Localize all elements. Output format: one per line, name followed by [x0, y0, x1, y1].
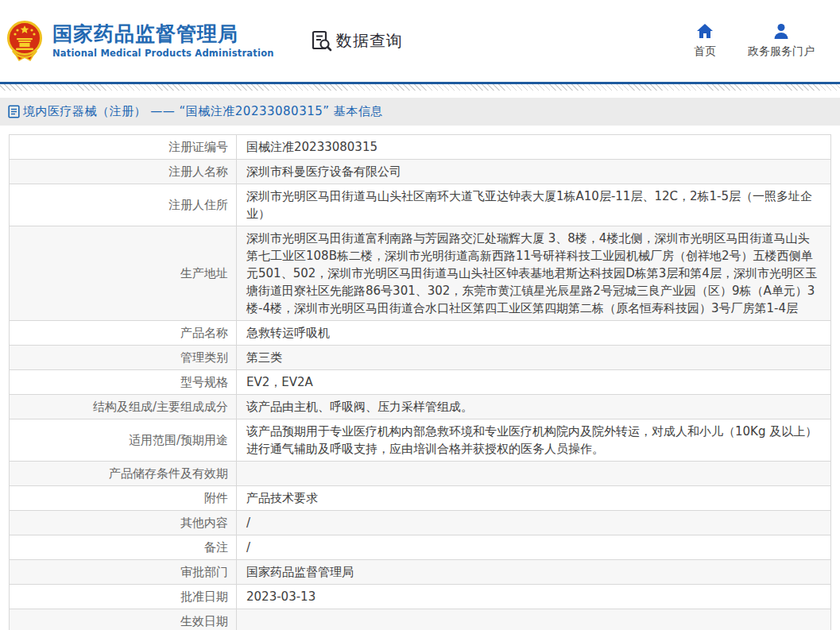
row-value: 深圳市光明区马田街道富利南路与芳园路交汇处瑞辉大厦 3、8楼，4楼北侧，深圳市光… — [237, 226, 831, 321]
document-icon — [8, 105, 20, 118]
row-value: / — [237, 511, 831, 535]
data-query-link[interactable]: 数据查询 — [311, 30, 403, 52]
row-label: 结构及组成/主要组成成分 — [10, 395, 237, 419]
table-row: 管理类别第三类 — [10, 346, 831, 370]
data-query-label: 数据查询 — [336, 30, 403, 52]
header-hatch-band — [0, 84, 840, 91]
breadcrumb-text: 境内医疗器械（注册） —— “国械注准20233080315” 基本信息 — [23, 104, 383, 119]
row-value: 深圳市光明区马田街道马山头社区南环大道飞亚达钟表大厦1栋A10层-11层、12C… — [237, 184, 831, 226]
row-value: 该产品由主机、呼吸阀、压力采样管组成。 — [237, 395, 831, 419]
home-icon — [696, 23, 714, 39]
table-row: 备注/ — [10, 535, 831, 560]
org-name-zh: 国家药品监督管理局 — [52, 23, 274, 46]
china-national-emblem-icon — [6, 21, 43, 62]
row-value: 2023-03-13 — [237, 585, 831, 609]
table-row: 产品储存条件及有效期 — [10, 462, 831, 486]
row-value: 深圳市科曼医疗设备有限公司 — [237, 160, 831, 184]
table-row: 注册证编号国械注准20233080315 — [10, 135, 831, 160]
table-row: 结构及组成/主要组成成分该产品由主机、呼吸阀、压力采样管组成。 — [10, 395, 831, 419]
nav-home[interactable]: 首页 — [694, 23, 716, 59]
table-row: 生产地址深圳市光明区马田街道富利南路与芳园路交汇处瑞辉大厦 3、8楼，4楼北侧，… — [10, 226, 831, 321]
row-label: 审批部门 — [10, 560, 237, 585]
row-label: 注册证编号 — [10, 135, 237, 160]
registration-info-table: 注册证编号国械注准20233080315注册人名称深圳市科曼医疗设备有限公司注册… — [9, 134, 831, 630]
row-value — [237, 462, 831, 486]
row-label: 管理类别 — [10, 346, 237, 370]
row-label: 生效日期 — [10, 609, 237, 630]
row-value: EV2，EV2A — [237, 370, 831, 395]
nav-home-label: 首页 — [694, 44, 716, 59]
document-search-icon — [311, 30, 332, 52]
table-row: 审批部门国家药品监督管理局 — [10, 560, 831, 585]
row-label: 型号规格 — [10, 370, 237, 395]
row-value: 急救转运呼吸机 — [237, 321, 831, 346]
table-row: 注册人住所深圳市光明区马田街道马山头社区南环大道飞亚达钟表大厦1栋A10层-11… — [10, 184, 831, 226]
breadcrumb: 境内医疗器械（注册） —— “国械注准20233080315” 基本信息 — [0, 98, 840, 126]
row-label: 生产地址 — [10, 226, 237, 321]
row-label: 其他内容 — [10, 511, 237, 535]
row-value: 该产品预期用于专业医疗机构内部急救环境和专业医疗机构院内及院外转运，对成人和小儿… — [237, 419, 831, 462]
table-row: 附件产品技术要求 — [10, 486, 831, 511]
nav-gov-portal[interactable]: 政务服务门户 — [748, 23, 815, 59]
row-label: 产品名称 — [10, 321, 237, 346]
row-value: 国家药品监督管理局 — [237, 560, 831, 585]
table-row: 其他内容/ — [10, 511, 831, 535]
site-header: 国家药品监督管理局 National Medical Products Admi… — [0, 0, 840, 82]
row-label: 附件 — [10, 486, 237, 511]
row-label: 产品储存条件及有效期 — [10, 462, 237, 486]
org-name-en: National Medical Products Administration — [52, 48, 274, 59]
row-label: 注册人住所 — [10, 184, 237, 226]
top-nav: 首页 政务服务门户 — [694, 23, 826, 59]
nmpa-logo[interactable]: 国家药品监督管理局 National Medical Products Admi… — [6, 21, 274, 62]
nav-gov-portal-label: 政务服务门户 — [748, 44, 815, 59]
table-row: 适用范围/预期用途该产品预期用于专业医疗机构内部急救环境和专业医疗机构院内及院外… — [10, 419, 831, 462]
row-value: 国械注准20233080315 — [237, 135, 831, 160]
row-value: 产品技术要求 — [237, 486, 831, 511]
table-row: 型号规格EV2，EV2A — [10, 370, 831, 395]
row-label: 适用范围/预期用途 — [10, 419, 237, 462]
table-row: 生效日期 — [10, 609, 831, 630]
person-icon — [772, 23, 790, 39]
table-row: 注册人名称深圳市科曼医疗设备有限公司 — [10, 160, 831, 184]
row-label: 注册人名称 — [10, 160, 237, 184]
row-value: 第三类 — [237, 346, 831, 370]
table-row: 产品名称急救转运呼吸机 — [10, 321, 831, 346]
row-label: 备注 — [10, 535, 237, 560]
row-value: / — [237, 535, 831, 560]
table-row: 批准日期2023-03-13 — [10, 585, 831, 609]
row-label: 批准日期 — [10, 585, 237, 609]
row-value — [237, 609, 831, 630]
